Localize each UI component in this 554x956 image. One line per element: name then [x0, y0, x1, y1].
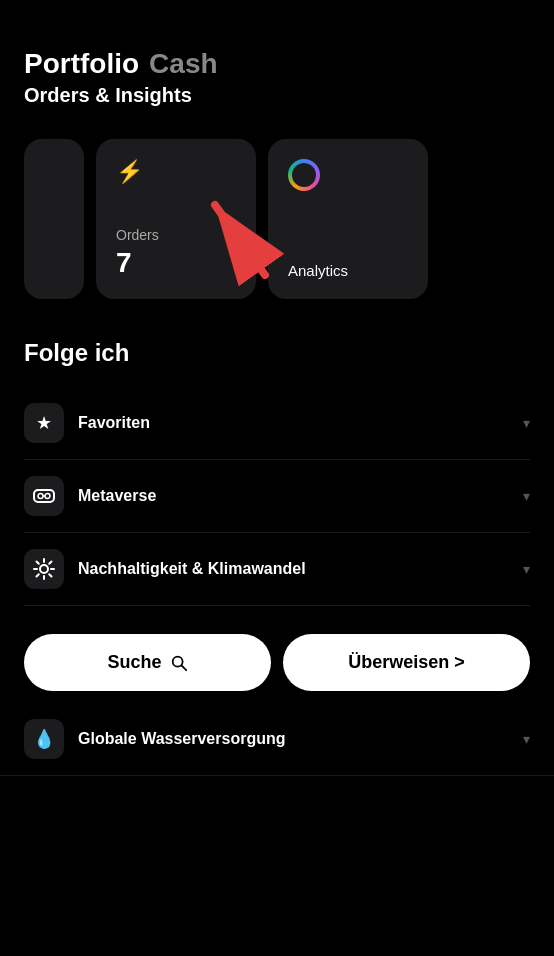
suche-button[interactable]: Suche: [24, 634, 271, 691]
svg-line-12: [49, 574, 51, 576]
cash-tab[interactable]: Cash: [149, 48, 217, 80]
analytics-label: Analytics: [288, 262, 408, 279]
partial-card[interactable]: [24, 139, 84, 299]
analytics-icon: [288, 159, 320, 191]
chevron-down-icon: ▾: [523, 731, 530, 747]
svg-line-14: [37, 574, 39, 576]
vr-icon: [24, 476, 64, 516]
chevron-down-icon: ▾: [523, 415, 530, 431]
list-item-metaverse[interactable]: Metaverse ▾: [24, 460, 530, 533]
list-item-favoriten[interactable]: ★ Favoriten ▾: [24, 387, 530, 460]
svg-point-4: [45, 494, 50, 499]
nachhaltigkeit-label: Nachhaltigkeit & Klimawandel: [78, 560, 306, 578]
portfolio-tab[interactable]: Portfolio: [24, 48, 139, 80]
star-icon: ★: [24, 403, 64, 443]
page-title: Orders & Insights: [24, 84, 530, 107]
sun-icon: [24, 549, 64, 589]
list-item-wasser[interactable]: 💧 Globale Wasserversorgung ▾: [0, 703, 554, 776]
orders-value: 7: [116, 247, 236, 279]
chevron-down-icon: ▾: [523, 561, 530, 577]
chevron-down-icon: ▾: [523, 488, 530, 504]
svg-point-6: [40, 565, 48, 573]
cards-row: ⚡ Orders 7 Analytics: [0, 123, 554, 315]
folge-ich-section: Folge ich ★ Favoriten ▾ Metaverse ▾: [0, 315, 554, 614]
svg-line-13: [49, 562, 51, 564]
suche-label: Suche: [107, 652, 161, 673]
section-title: Folge ich: [24, 339, 530, 367]
svg-point-3: [38, 494, 43, 499]
ueberweisen-button[interactable]: Überweisen >: [283, 634, 530, 691]
wasser-label: Globale Wasserversorgung: [78, 730, 285, 748]
list-item-nachhaltigkeit[interactable]: Nachhaltigkeit & Klimawandel ▾: [24, 533, 530, 606]
svg-line-11: [37, 562, 39, 564]
orders-card[interactable]: ⚡ Orders 7: [96, 139, 256, 299]
analytics-card[interactable]: Analytics: [268, 139, 428, 299]
header: Portfolio Cash Orders & Insights: [0, 0, 554, 123]
search-icon: [170, 654, 188, 672]
lightning-icon: ⚡: [116, 159, 236, 185]
water-icon: 💧: [24, 719, 64, 759]
favoriten-label: Favoriten: [78, 414, 150, 432]
ueberweisen-label: Überweisen >: [348, 652, 465, 673]
bottom-buttons: Suche Überweisen >: [0, 614, 554, 703]
svg-line-16: [181, 665, 186, 670]
metaverse-label: Metaverse: [78, 487, 156, 505]
orders-label: Orders: [116, 227, 236, 243]
